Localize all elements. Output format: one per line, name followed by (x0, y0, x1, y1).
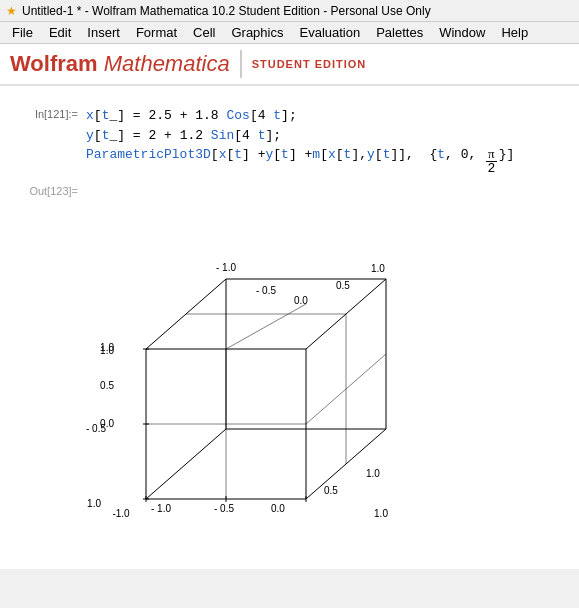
svg-text:-1.0: -1.0 (112, 508, 130, 519)
3d-plot-svg: 1.0 -1.0 - 1.0 - 0.5 0.0 0.5 1.0 - 1.0 -… (86, 189, 506, 559)
title-bar: ★ Untitled-1 * - Wolfram Mathematica 10.… (0, 0, 579, 22)
code-line2: y[t_] = 2 + 1.2 Sin[4 t]; (86, 126, 514, 146)
svg-text:- 1.0: - 1.0 (86, 498, 101, 509)
wolfram-logo: Wolfram Mathematica (10, 51, 230, 77)
svg-text:- 0.5: - 0.5 (256, 285, 276, 296)
input-cell: In[121]:= x[t_] = 2.5 + 1.8 Cos[4 t]; y[… (16, 106, 563, 177)
svg-text:0.5: 0.5 (336, 280, 350, 291)
menu-edit[interactable]: Edit (41, 23, 79, 42)
svg-text:1.0: 1.0 (366, 468, 380, 479)
menu-file[interactable]: File (4, 23, 41, 42)
title-text: Untitled-1 * - Wolfram Mathematica 10.2 … (22, 4, 431, 18)
svg-rect-0 (86, 189, 506, 559)
3d-plot[interactable]: 1.0 -1.0 - 1.0 - 0.5 0.0 0.5 1.0 - 1.0 -… (86, 189, 506, 559)
title-icon: ★ (6, 4, 17, 18)
menu-bar: File Edit Insert Format Cell Graphics Ev… (0, 22, 579, 44)
svg-text:1.0: 1.0 (374, 508, 388, 519)
menu-graphics[interactable]: Graphics (223, 23, 291, 42)
svg-text:0.5: 0.5 (324, 485, 338, 496)
svg-text:0.0: 0.0 (294, 295, 308, 306)
output-label: Out[123]= (16, 185, 86, 197)
menu-evaluation[interactable]: Evaluation (291, 23, 368, 42)
svg-text:- 0.5: - 0.5 (214, 503, 234, 514)
svg-text:- 1.0: - 1.0 (216, 262, 236, 273)
menu-format[interactable]: Format (128, 23, 185, 42)
code-line3: ParametricPlot3D[x[t] + y[t] + m[x[t], y… (86, 145, 514, 177)
svg-text:0.0: 0.0 (271, 503, 285, 514)
main-content: In[121]:= x[t_] = 2.5 + 1.8 Cos[4 t]; y[… (0, 86, 579, 569)
menu-insert[interactable]: Insert (79, 23, 128, 42)
menu-window[interactable]: Window (431, 23, 493, 42)
input-code: x[t_] = 2.5 + 1.8 Cos[4 t]; y[t_] = 2 + … (86, 106, 514, 177)
svg-text:0.5: 0.5 (100, 380, 114, 391)
svg-text:- 1.0: - 1.0 (151, 503, 171, 514)
svg-text:1.0: 1.0 (100, 342, 114, 353)
svg-text:1.0: 1.0 (371, 263, 385, 274)
wolfram-header: Wolfram Mathematica STUDENT EDITION (0, 44, 579, 86)
menu-cell[interactable]: Cell (185, 23, 223, 42)
menu-help[interactable]: Help (493, 23, 536, 42)
output-cell: Out[123]= (16, 185, 563, 559)
menu-palettes[interactable]: Palettes (368, 23, 431, 42)
student-edition-label: STUDENT EDITION (252, 58, 367, 70)
code-line1: x[t_] = 2.5 + 1.8 Cos[4 t]; (86, 106, 514, 126)
plot-area: 1.0 -1.0 - 1.0 - 0.5 0.0 0.5 1.0 - 1.0 -… (86, 189, 506, 559)
input-label: In[121]:= (16, 106, 86, 120)
svg-text:0.0: 0.0 (100, 418, 114, 429)
header-divider (240, 50, 242, 78)
